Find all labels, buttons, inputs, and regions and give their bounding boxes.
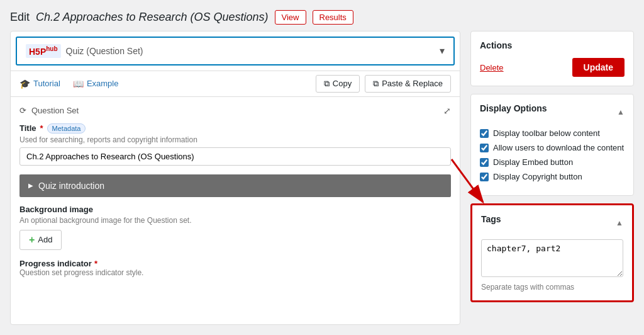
- chevron-down-icon: ▾: [440, 45, 445, 57]
- display-options-card: Display Options ▲ Display toolbar below …: [470, 94, 634, 196]
- tags-card: Tags ▲ chapter7, part2 Separate tags wit…: [470, 203, 634, 302]
- actions-title: Actions: [480, 40, 625, 50]
- plus-icon: +: [29, 234, 35, 246]
- question-set-icon: ⟳: [19, 106, 26, 115]
- editor-area: ⟳ Question Set ⤢ Title * Metadata Used f…: [11, 97, 460, 324]
- tags-collapse-icon[interactable]: ▲: [616, 219, 623, 227]
- update-button[interactable]: Update: [572, 58, 625, 77]
- h5p-logo: H5Phub: [26, 44, 61, 58]
- bg-image-description: An optional background image for the Que…: [19, 216, 451, 225]
- option-toolbar-checkbox[interactable]: [480, 129, 489, 138]
- delete-button[interactable]: Delete: [480, 63, 504, 72]
- section-title: ⟳ Question Set: [19, 106, 79, 115]
- tab-example[interactable]: 📖 Example: [73, 79, 119, 89]
- collapse-icon[interactable]: ▲: [617, 108, 625, 116]
- paste-icon: ⧉: [373, 79, 379, 89]
- expand-icon[interactable]: ⤢: [443, 106, 451, 116]
- tutorial-icon: 🎓: [19, 79, 30, 89]
- right-panel: Actions Delete Update Display Options ▲ …: [470, 31, 634, 325]
- paste-replace-button[interactable]: ⧉ Paste & Replace: [365, 75, 451, 93]
- option-download: Allow users to download the content: [480, 143, 625, 152]
- tab-tutorial[interactable]: 🎓 Tutorial: [19, 79, 60, 89]
- required-star: *: [40, 123, 43, 133]
- background-image-section: Background image An optional background …: [19, 205, 451, 250]
- option-embed-checkbox[interactable]: [480, 158, 489, 167]
- progress-description: Question set progress indicator style.: [19, 268, 451, 277]
- editor-panel: H5Phub Quiz (Question Set) ▾ 🎓 Tutorial …: [10, 31, 460, 325]
- content-type-selector[interactable]: H5Phub Quiz (Question Set) ▾: [16, 37, 455, 65]
- progress-indicator-section: Progress indicator * Question set progre…: [19, 259, 451, 277]
- title-input[interactable]: [19, 147, 451, 166]
- title-italic: Ch.2 Approaches to Research (OS Question…: [36, 11, 269, 24]
- option-copyright-checkbox[interactable]: [480, 173, 489, 181]
- quiz-introduction-accordion[interactable]: ▶ Quiz introduction: [19, 174, 451, 197]
- example-icon: 📖: [73, 79, 84, 89]
- tags-input[interactable]: chapter7, part2: [481, 239, 623, 277]
- progress-required-star: *: [94, 259, 97, 268]
- tags-title: Tags: [481, 214, 501, 224]
- copy-icon: ⧉: [324, 79, 330, 89]
- display-options-title: Display Options: [480, 103, 547, 113]
- option-embed: Display Embed button: [480, 157, 625, 167]
- actions-card: Actions Delete Update: [470, 31, 634, 86]
- title-field-group: Title * Metadata Used for searching, rep…: [19, 123, 451, 166]
- accordion-arrow-icon: ▶: [28, 182, 33, 189]
- tabs-toolbar: 🎓 Tutorial 📖 Example ⧉ Copy ⧉: [11, 71, 460, 97]
- bg-image-label: Background image: [19, 205, 451, 214]
- content-type-label: Quiz (Question Set): [66, 46, 143, 56]
- title-prefix: Edit: [10, 11, 30, 24]
- page-title: Edit Ch.2 Approaches to Research (OS Que…: [10, 10, 634, 25]
- tags-hint: Separate tags with commas: [481, 283, 623, 292]
- tags-card-wrapper: Tags ▲ chapter7, part2 Separate tags wit…: [470, 203, 634, 302]
- copy-button[interactable]: ⧉ Copy: [316, 75, 360, 93]
- view-button[interactable]: View: [275, 10, 306, 25]
- option-copyright: Display Copyright button: [480, 172, 625, 181]
- metadata-badge: Metadata: [47, 123, 86, 133]
- results-button[interactable]: Results: [313, 10, 353, 25]
- option-toolbar: Display toolbar below content: [480, 128, 625, 138]
- title-description: Used for searching, reports and copyrigh…: [19, 135, 451, 144]
- option-download-checkbox[interactable]: [480, 144, 489, 152]
- add-button[interactable]: + Add: [19, 230, 62, 250]
